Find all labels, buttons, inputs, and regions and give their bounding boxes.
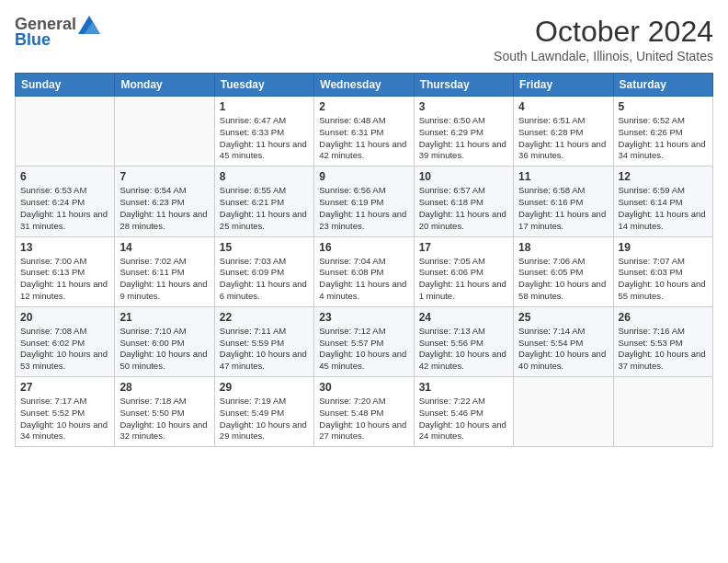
cell-sun-info: Sunrise: 7:20 AM Sunset: 5:48 PM Dayligh… — [319, 396, 408, 442]
cell-sun-info: Sunrise: 7:08 AM Sunset: 6:02 PM Dayligh… — [20, 326, 109, 373]
day-number: 29 — [220, 381, 309, 394]
cell-sun-info: Sunrise: 7:18 AM Sunset: 5:50 PM Dayligh… — [119, 396, 209, 442]
cell-sun-info: Sunrise: 7:07 AM Sunset: 6:03 PM Dayligh… — [619, 256, 708, 303]
day-number: 24 — [419, 311, 508, 324]
day-number: 13 — [20, 241, 109, 254]
calendar-cell: 5Sunrise: 6:52 AM Sunset: 6:26 PM Daylig… — [613, 97, 712, 167]
calendar-cell: 16Sunrise: 7:04 AM Sunset: 6:08 PM Dayli… — [314, 236, 414, 306]
day-number: 5 — [619, 100, 708, 113]
cell-sun-info: Sunrise: 6:53 AM Sunset: 6:24 PM Dayligh… — [20, 185, 109, 232]
day-number: 14 — [119, 241, 209, 254]
day-number: 7 — [119, 170, 209, 183]
calendar-header-friday: Friday — [514, 74, 613, 97]
day-number: 18 — [518, 241, 608, 254]
page-header: General Blue October 2024 South Lawndale… — [15, 15, 713, 63]
calendar-cell: 26Sunrise: 7:16 AM Sunset: 5:53 PM Dayli… — [613, 306, 712, 376]
calendar-cell — [16, 97, 115, 167]
day-number: 17 — [419, 241, 508, 254]
calendar-header-monday: Monday — [115, 74, 214, 97]
calendar-cell: 30Sunrise: 7:20 AM Sunset: 5:48 PM Dayli… — [314, 377, 414, 447]
cell-sun-info: Sunrise: 6:51 AM Sunset: 6:28 PM Dayligh… — [518, 115, 608, 162]
day-number: 1 — [220, 100, 309, 113]
cell-sun-info: Sunrise: 7:05 AM Sunset: 6:06 PM Dayligh… — [419, 256, 508, 303]
calendar-cell: 23Sunrise: 7:12 AM Sunset: 5:57 PM Dayli… — [314, 306, 414, 376]
calendar-cell: 1Sunrise: 6:47 AM Sunset: 6:33 PM Daylig… — [214, 97, 313, 167]
calendar-cell: 2Sunrise: 6:48 AM Sunset: 6:31 PM Daylig… — [314, 97, 414, 167]
day-number: 21 — [119, 311, 209, 324]
calendar-cell — [115, 97, 214, 167]
day-number: 2 — [319, 100, 408, 113]
calendar-week-2: 6Sunrise: 6:53 AM Sunset: 6:24 PM Daylig… — [16, 167, 713, 236]
cell-sun-info: Sunrise: 6:54 AM Sunset: 6:23 PM Dayligh… — [119, 185, 209, 232]
cell-sun-info: Sunrise: 7:02 AM Sunset: 6:11 PM Dayligh… — [119, 256, 209, 303]
day-number: 9 — [319, 170, 408, 183]
calendar-week-5: 27Sunrise: 7:17 AM Sunset: 5:52 PM Dayli… — [16, 377, 713, 447]
calendar-cell: 10Sunrise: 6:57 AM Sunset: 6:18 PM Dayli… — [414, 167, 513, 236]
day-number: 25 — [518, 311, 608, 324]
day-number: 10 — [419, 170, 508, 183]
cell-sun-info: Sunrise: 7:14 AM Sunset: 5:54 PM Dayligh… — [518, 326, 608, 373]
day-number: 26 — [619, 311, 708, 324]
calendar-week-1: 1Sunrise: 6:47 AM Sunset: 6:33 PM Daylig… — [16, 97, 713, 167]
day-number: 12 — [619, 170, 708, 183]
calendar-week-4: 20Sunrise: 7:08 AM Sunset: 6:02 PM Dayli… — [16, 306, 713, 376]
calendar-cell: 25Sunrise: 7:14 AM Sunset: 5:54 PM Dayli… — [514, 306, 613, 376]
calendar-cell: 7Sunrise: 6:54 AM Sunset: 6:23 PM Daylig… — [115, 167, 214, 236]
day-number: 23 — [319, 311, 408, 324]
calendar-cell: 17Sunrise: 7:05 AM Sunset: 6:06 PM Dayli… — [414, 236, 513, 306]
day-number: 6 — [20, 170, 109, 183]
title-block: October 2024 South Lawndale, Illinois, U… — [494, 15, 713, 63]
calendar-cell: 19Sunrise: 7:07 AM Sunset: 6:03 PM Dayli… — [613, 236, 712, 306]
calendar-cell: 4Sunrise: 6:51 AM Sunset: 6:28 PM Daylig… — [514, 97, 613, 167]
calendar-cell — [613, 377, 712, 447]
calendar-header-row: SundayMondayTuesdayWednesdayThursdayFrid… — [16, 74, 713, 97]
calendar-cell: 27Sunrise: 7:17 AM Sunset: 5:52 PM Dayli… — [16, 377, 115, 447]
calendar-cell: 15Sunrise: 7:03 AM Sunset: 6:09 PM Dayli… — [214, 236, 313, 306]
day-number: 4 — [518, 100, 608, 113]
calendar-cell: 18Sunrise: 7:06 AM Sunset: 6:05 PM Dayli… — [514, 236, 613, 306]
calendar-cell: 8Sunrise: 6:55 AM Sunset: 6:21 PM Daylig… — [214, 167, 313, 236]
location-title: South Lawndale, Illinois, United States — [494, 49, 713, 63]
cell-sun-info: Sunrise: 7:00 AM Sunset: 6:13 PM Dayligh… — [20, 256, 109, 303]
calendar-cell: 9Sunrise: 6:56 AM Sunset: 6:19 PM Daylig… — [314, 167, 414, 236]
calendar-week-3: 13Sunrise: 7:00 AM Sunset: 6:13 PM Dayli… — [16, 236, 713, 306]
month-title: October 2024 — [494, 15, 713, 49]
day-number: 19 — [619, 241, 708, 254]
calendar-cell: 29Sunrise: 7:19 AM Sunset: 5:49 PM Dayli… — [214, 377, 313, 447]
cell-sun-info: Sunrise: 6:55 AM Sunset: 6:21 PM Dayligh… — [220, 185, 309, 232]
cell-sun-info: Sunrise: 6:56 AM Sunset: 6:19 PM Dayligh… — [319, 185, 408, 232]
cell-sun-info: Sunrise: 7:12 AM Sunset: 5:57 PM Dayligh… — [319, 326, 408, 373]
cell-sun-info: Sunrise: 6:59 AM Sunset: 6:14 PM Dayligh… — [619, 185, 708, 232]
day-number: 30 — [319, 381, 408, 394]
cell-sun-info: Sunrise: 6:57 AM Sunset: 6:18 PM Dayligh… — [419, 185, 508, 232]
cell-sun-info: Sunrise: 7:17 AM Sunset: 5:52 PM Dayligh… — [20, 396, 109, 442]
cell-sun-info: Sunrise: 6:48 AM Sunset: 6:31 PM Dayligh… — [319, 115, 408, 162]
calendar-cell — [514, 377, 613, 447]
cell-sun-info: Sunrise: 7:11 AM Sunset: 5:59 PM Dayligh… — [220, 326, 309, 373]
calendar-cell: 13Sunrise: 7:00 AM Sunset: 6:13 PM Dayli… — [16, 236, 115, 306]
cell-sun-info: Sunrise: 7:06 AM Sunset: 6:05 PM Dayligh… — [518, 256, 608, 303]
cell-sun-info: Sunrise: 7:22 AM Sunset: 5:46 PM Dayligh… — [419, 396, 508, 442]
day-number: 16 — [319, 241, 408, 254]
calendar-cell: 6Sunrise: 6:53 AM Sunset: 6:24 PM Daylig… — [16, 167, 115, 236]
calendar-cell: 14Sunrise: 7:02 AM Sunset: 6:11 PM Dayli… — [115, 236, 214, 306]
cell-sun-info: Sunrise: 6:47 AM Sunset: 6:33 PM Dayligh… — [220, 115, 309, 162]
calendar-table: SundayMondayTuesdayWednesdayThursdayFrid… — [15, 73, 713, 447]
day-number: 27 — [20, 381, 109, 394]
calendar-header-saturday: Saturday — [613, 74, 712, 97]
day-number: 31 — [419, 381, 508, 394]
logo-icon — [78, 16, 100, 34]
calendar-cell: 24Sunrise: 7:13 AM Sunset: 5:56 PM Dayli… — [414, 306, 513, 376]
cell-sun-info: Sunrise: 6:52 AM Sunset: 6:26 PM Dayligh… — [619, 115, 708, 162]
day-number: 28 — [119, 381, 209, 394]
calendar-cell: 21Sunrise: 7:10 AM Sunset: 6:00 PM Dayli… — [115, 306, 214, 376]
cell-sun-info: Sunrise: 7:03 AM Sunset: 6:09 PM Dayligh… — [220, 256, 309, 303]
cell-sun-info: Sunrise: 6:50 AM Sunset: 6:29 PM Dayligh… — [419, 115, 508, 162]
cell-sun-info: Sunrise: 7:19 AM Sunset: 5:49 PM Dayligh… — [220, 396, 309, 442]
calendar-cell: 20Sunrise: 7:08 AM Sunset: 6:02 PM Dayli… — [16, 306, 115, 376]
calendar-cell: 22Sunrise: 7:11 AM Sunset: 5:59 PM Dayli… — [214, 306, 313, 376]
day-number: 15 — [220, 241, 309, 254]
calendar-header-tuesday: Tuesday — [214, 74, 313, 97]
cell-sun-info: Sunrise: 6:58 AM Sunset: 6:16 PM Dayligh… — [518, 185, 608, 232]
calendar-cell: 3Sunrise: 6:50 AM Sunset: 6:29 PM Daylig… — [414, 97, 513, 167]
